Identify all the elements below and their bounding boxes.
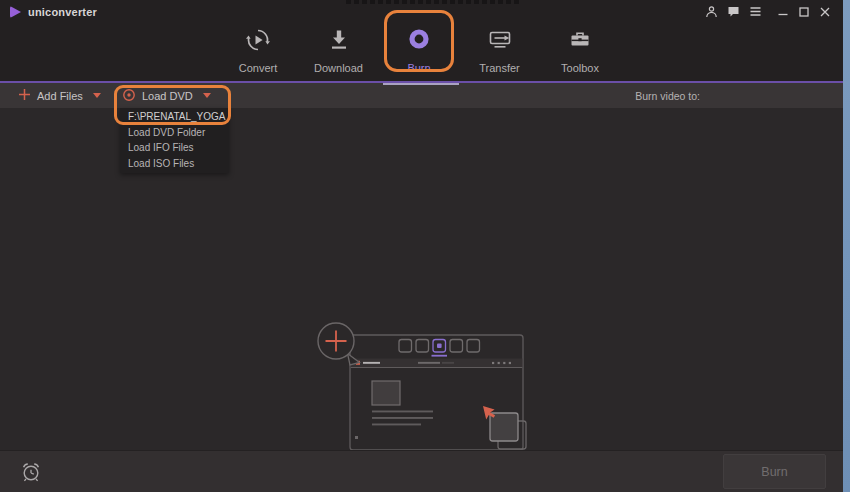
empty-state-illustration: [315, 318, 535, 458]
tab-toolbox[interactable]: Toolbox: [547, 27, 613, 74]
convert-icon: [245, 27, 271, 57]
load-dvd-button[interactable]: Load DVD: [122, 83, 211, 108]
active-tab-underline: [383, 83, 459, 85]
chevron-down-icon[interactable]: [203, 93, 211, 98]
menu-item-load-dvd-folder[interactable]: Load DVD Folder: [120, 125, 229, 141]
window-top-artifact: [346, 0, 521, 4]
tab-label: Transfer: [479, 62, 520, 74]
burn-video-to-label: Burn video to:: [635, 83, 700, 108]
close-icon[interactable]: [819, 6, 831, 18]
plus-icon: [18, 88, 31, 103]
menu-item-dvd-drive[interactable]: F:\PRENATAL_YOGA: [120, 109, 229, 125]
menu-icon[interactable]: [749, 5, 762, 18]
toolbar: Add Files Load DVD Burn video to:: [0, 83, 843, 108]
alarm-clock-icon[interactable]: [20, 461, 42, 487]
tab-burn[interactable]: Burn: [386, 27, 452, 74]
toolbox-icon: [567, 27, 593, 57]
tab-convert[interactable]: Convert: [225, 27, 291, 74]
burn-button[interactable]: Burn: [723, 454, 826, 489]
main-navigation: Convert Download Burn: [0, 25, 843, 81]
feedback-icon[interactable]: [727, 5, 740, 18]
chevron-down-icon[interactable]: [93, 93, 101, 98]
burn-disc-icon: [406, 27, 432, 57]
file-square-front: [490, 413, 518, 441]
transfer-icon: [487, 27, 513, 57]
app-logo: uniconverter: [10, 6, 97, 18]
download-icon: [326, 27, 352, 57]
tab-download[interactable]: Download: [306, 27, 372, 74]
app-title: uniconverter: [28, 6, 97, 18]
menu-item-load-iso-files[interactable]: Load ISO Files: [120, 156, 229, 172]
tab-label: Toolbox: [561, 62, 599, 74]
account-icon[interactable]: [705, 5, 718, 18]
tab-label: Convert: [239, 62, 278, 74]
load-dvd-label: Load DVD: [142, 90, 193, 102]
disc-icon: [122, 88, 136, 104]
add-files-button[interactable]: Add Files: [18, 83, 101, 108]
tab-transfer[interactable]: Transfer: [467, 27, 533, 74]
play-triangle-icon: [10, 6, 21, 18]
tab-label: Burn: [407, 62, 430, 74]
minimize-icon[interactable]: [777, 6, 789, 18]
add-files-label: Add Files: [37, 90, 83, 102]
footer-bar: Burn: [0, 450, 843, 492]
menu-item-load-ifo-files[interactable]: Load IFO Files: [120, 140, 229, 156]
maximize-icon[interactable]: [798, 6, 810, 18]
load-dvd-menu: F:\PRENATAL_YOGA Load DVD Folder Load IF…: [120, 108, 229, 173]
tab-label: Download: [314, 62, 363, 74]
desktop-edge: [843, 0, 850, 492]
